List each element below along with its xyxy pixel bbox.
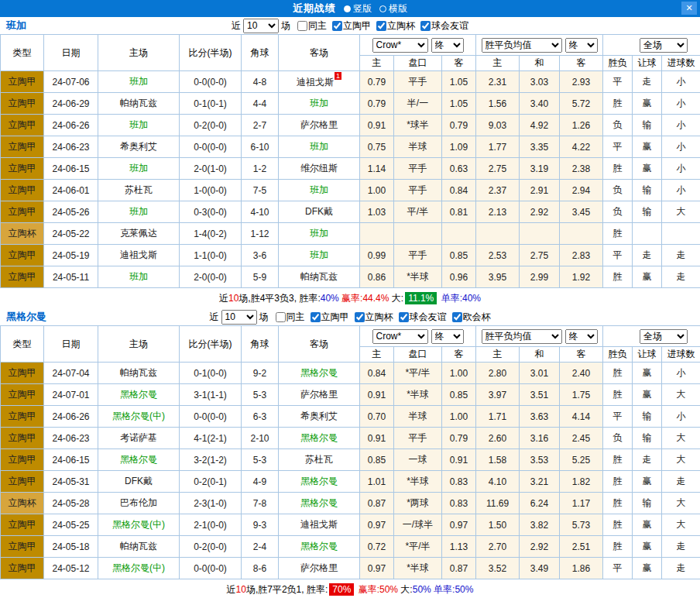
handicap-result-cell: 赢 [633,536,662,558]
europe-final-select[interactable]: 终 [565,329,598,344]
scope-select[interactable]: 全场 [640,38,688,53]
filter-checkbox[interactable]: 立陶甲 [332,19,371,33]
match-count-select[interactable]: 10 [221,310,257,325]
away-team-name: 班加 [310,249,328,260]
europe-odds-group: 胜平负均值 终 [476,35,603,56]
score-cell: 3-2(1-2) [180,449,242,471]
score-cell: 1-4(0-2) [180,223,242,245]
away-team-cell: 班加 [279,180,360,201]
asian-handicap-cell: 半球 [394,136,442,158]
league-type-cell: 立陶甲 [1,71,44,93]
europe-source-select[interactable]: 胜平负均值 [482,38,562,53]
radio-unselected-icon [379,5,386,12]
filter-checkbox-label: 立陶杯 [387,19,415,33]
filter-checkbox-input[interactable] [276,312,286,322]
league-type-cell: 立陶甲 [1,201,44,223]
asian-away-odds-cell: 0.63 [442,158,476,180]
filter-checkbox-input[interactable] [420,21,431,31]
filter-checkbox[interactable]: 球会友谊 [420,19,468,33]
filter-checkbox-input[interactable] [332,21,342,31]
away-team-cell: 萨尔格里 [279,558,360,579]
col-home: 主场 [98,35,180,71]
layout-radio-vertical[interactable]: 竖版 [344,2,372,15]
asian-handicap-cell: 一球 [394,449,442,471]
asian-handicap-cell: *半球 [394,384,442,406]
match-row: 立陶甲24-06-26黑格尔曼(中)0-0(0-0)6-3希奥利艾0.70半球1… [1,406,700,428]
filter-checkbox-input[interactable] [355,312,365,322]
filter-checkbox-input[interactable] [297,21,307,31]
filter-checkbox-label: 欧会杯 [463,311,491,324]
away-team-cell: 苏杜瓦 [279,449,360,471]
asian-home-odds-cell: 1.01 [360,471,394,493]
col-date: 日期 [44,326,98,363]
league-type-cell: 立陶甲 [1,536,44,558]
asian-away-odds-cell: 1.00 [442,406,476,428]
filter-checkbox-input[interactable] [311,312,321,322]
home-team-name: 希奥利艾 [120,141,157,152]
filter-checkbox[interactable]: 同主 [297,19,327,33]
layout-radio-horizontal[interactable]: 横版 [379,2,407,15]
filter-checkbox[interactable]: 立陶杯 [376,19,415,33]
sub-col: 客 [560,347,603,363]
odds-source-select[interactable]: Crow* [372,329,428,344]
match-row: 立陶甲24-06-29帕纳瓦兹0-1(0-1)4-4班加0.79半/一1.051… [1,93,700,115]
date-cell: 24-05-25 [44,514,98,536]
away-team-cell: 班加 [279,223,360,245]
filter-checkbox-input[interactable] [376,21,386,31]
filter-row: 班加 近 10 场 同主立陶甲立陶杯球会友谊 [0,17,700,34]
asian-odds-group: Crow* 终 [360,35,476,56]
home-team-name: 班加 [129,271,148,282]
sub-col: 盘口 [394,347,442,363]
away-team-name: 萨尔格里 [300,389,338,400]
asian-away-odds-cell: 0.85 [442,245,476,266]
games-label: 场 [259,311,269,324]
europe-draw-odds-cell: 3.03 [520,71,560,93]
handicap-result-cell: 走 [633,245,662,266]
europe-draw-odds-cell: 2.92 [520,536,560,558]
handicap-result-cell: 赢 [633,471,662,493]
goals-result-cell: 大 [662,384,700,406]
asian-home-odds-cell: 0.91 [360,115,394,136]
europe-home-odds-cell: 2.75 [476,158,520,180]
asian-away-odds-cell: 1.13 [442,536,476,558]
asian-handicap-cell: *球半 [394,115,442,136]
score-cell: 0-3(0-0) [180,201,242,223]
europe-source-select[interactable]: 胜平负均值 [482,329,562,344]
date-cell: 24-06-01 [44,180,98,201]
scope-select[interactable]: 全场 [640,329,688,344]
asian-handicap-cell: 平手 [394,245,442,266]
asian-away-odds-cell: 0.81 [442,201,476,223]
summary-part: 近 [219,292,228,305]
europe-final-select[interactable]: 终 [565,38,598,53]
filter-checkbox-input[interactable] [399,312,409,322]
odds-final-select[interactable]: 终 [431,329,464,344]
odds-source-select[interactable]: Crow* [372,38,428,53]
handicap-result-cell: 输 [633,201,662,223]
asian-handicap-cell: *平/半 [394,363,442,384]
filter-checkbox[interactable]: 立陶杯 [355,311,393,324]
summary-part: 赢率: [359,583,379,596]
away-team-name: 黑格尔曼 [300,476,338,486]
league-type-cell: 立陶甲 [1,136,44,158]
europe-away-odds-cell: 1.75 [560,384,603,406]
titlebar-center: 近期战绩 竖版 横版 [293,2,407,15]
asian-home-odds-cell: 0.97 [360,514,394,536]
europe-away-odds-cell: 1.26 [560,115,603,136]
filter-checkbox[interactable]: 同主 [276,311,305,324]
match-count-select[interactable]: 10 [243,19,279,33]
league-type-cell: 立陶甲 [1,558,44,579]
asian-handicap-cell: 平手 [394,428,442,449]
filter-checkbox[interactable]: 立陶甲 [311,311,349,324]
filter-checkbox[interactable]: 球会友谊 [399,311,447,324]
odds-final-select[interactable]: 终 [431,38,464,53]
sub-col: 进球数 [662,56,700,71]
filter-checkbox-input[interactable] [452,312,462,322]
close-icon[interactable]: ✕ [681,2,697,15]
league-type-cell: 立陶甲 [1,180,44,201]
asian-home-odds-cell: 0.84 [360,363,394,384]
near-label: 近 [232,19,241,33]
filter-checkbox-label: 球会友谊 [431,19,468,33]
filter-checkbox[interactable]: 欧会杯 [452,311,491,324]
europe-away-odds-cell: 2.94 [560,180,603,201]
goals-result-cell: 大 [662,514,700,536]
